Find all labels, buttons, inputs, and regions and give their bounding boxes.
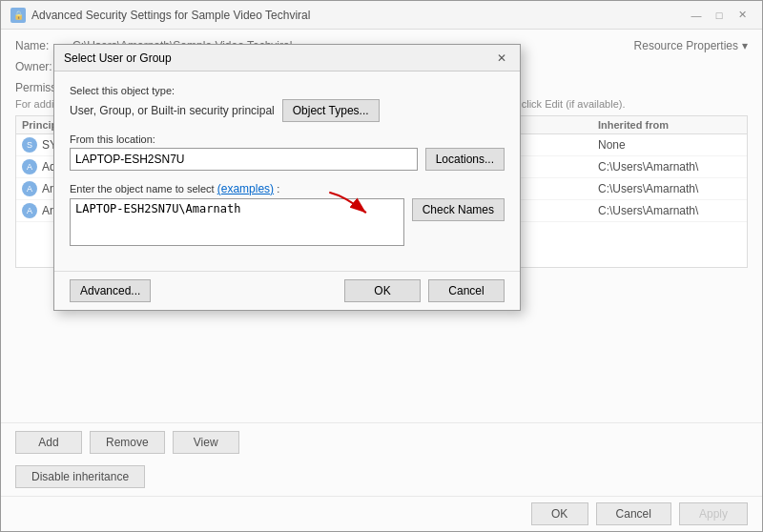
red-arrow bbox=[325, 187, 382, 237]
location-label: From this location: bbox=[70, 133, 505, 145]
object-name-row: Check Names bbox=[70, 198, 505, 246]
dialog-cancel-button[interactable]: Cancel bbox=[428, 279, 505, 302]
object-type-value: User, Group, or Built-in security princi… bbox=[70, 104, 275, 117]
location-section: From this location: Locations... bbox=[70, 133, 505, 171]
dialog-footer: Advanced... OK Cancel bbox=[54, 271, 520, 310]
location-input[interactable] bbox=[70, 148, 418, 171]
object-name-label: Enter the object name to select (example… bbox=[70, 182, 505, 195]
locations-button[interactable]: Locations... bbox=[425, 148, 505, 171]
object-type-label: Select this object type: bbox=[70, 85, 505, 96]
object-type-section: Select this object type: User, Group, or… bbox=[70, 85, 505, 122]
object-type-row: User, Group, or Built-in security princi… bbox=[70, 99, 505, 122]
dialog-footer-right: OK Cancel bbox=[344, 279, 505, 302]
dialog-title: Select User or Group bbox=[64, 51, 172, 65]
dialog-ok-button[interactable]: OK bbox=[344, 279, 421, 302]
check-names-button[interactable]: Check Names bbox=[412, 198, 505, 221]
location-row: Locations... bbox=[70, 148, 505, 171]
select-user-dialog: Select User or Group ✕ Select this objec… bbox=[53, 44, 521, 311]
dialog-close-button[interactable]: ✕ bbox=[493, 50, 510, 67]
object-types-button[interactable]: Object Types... bbox=[282, 99, 380, 122]
dialog-body: Select this object type: User, Group, or… bbox=[54, 72, 520, 271]
dialog-title-bar: Select User or Group ✕ bbox=[54, 45, 520, 72]
examples-link[interactable]: (examples) bbox=[217, 182, 274, 195]
object-name-section: Enter the object name to select (example… bbox=[70, 182, 505, 246]
main-window: 🔒 Advanced Security Settings for Sample … bbox=[0, 0, 763, 532]
advanced-button[interactable]: Advanced... bbox=[70, 279, 151, 302]
